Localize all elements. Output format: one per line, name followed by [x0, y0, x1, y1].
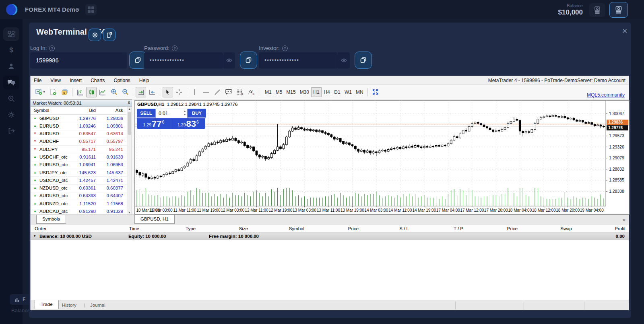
orders-column-time[interactable]: Time — [103, 226, 139, 231]
timeframe-d1[interactable]: D1 — [332, 87, 343, 97]
menu-insert[interactable]: Insert — [70, 78, 82, 83]
sidebar-item-products[interactable] — [3, 27, 19, 41]
timeframe-m5[interactable]: M5 — [274, 87, 285, 97]
quote-row-eurusd[interactable]: ▲EURUSD1.092461.09301 — [31, 122, 127, 130]
password-input[interactable]: ************** — [144, 52, 223, 68]
terminal-settings-button[interactable] — [89, 29, 101, 41]
timeframe-m1[interactable]: M1 — [263, 87, 274, 97]
orders-column-sl[interactable]: S / L — [381, 226, 409, 231]
sell-button[interactable]: SELL — [137, 109, 155, 118]
copy-investor-button[interactable] — [355, 52, 372, 69]
mobile-terminal-button[interactable] — [103, 29, 116, 41]
help-icon[interactable]: ? — [282, 45, 288, 51]
sidebar-item-chat[interactable] — [3, 76, 19, 89]
chart-canvas[interactable]: 10 Mar 19:0011 Mar 03:0011 Mar 11:0011 M… — [135, 101, 629, 214]
quote-row-audnzd_otc[interactable]: ▲AUDNZD_otc1.115201.11568 — [31, 200, 127, 208]
chart-shift-button[interactable] — [147, 87, 157, 97]
sell-price[interactable]: 1.29776 — [137, 118, 171, 129]
chevron-right-icon[interactable]: » — [623, 217, 625, 223]
quote-row-audusd_otc[interactable]: ▲AUDUSD_otc0.643930.64407 — [31, 192, 127, 200]
quote-row-nzdusd_otc[interactable]: ▲NZDUSD_otc0.603610.60377 — [31, 185, 127, 192]
timeframe-h4[interactable]: H4 — [322, 87, 332, 97]
line-chart-mode-button[interactable] — [97, 87, 108, 97]
tab-history[interactable]: History — [62, 303, 76, 307]
fullscreen-button[interactable] — [370, 87, 381, 97]
bar-chart-mode-button[interactable] — [75, 87, 85, 97]
quote-row-audchf[interactable]: ▼AUDCHF0.557170.55797 — [31, 138, 127, 146]
quote-row-audjpy[interactable]: ▼AUDJPY95.17195.241 — [31, 146, 127, 153]
help-icon[interactable]: ? — [49, 45, 55, 51]
quote-row-audusd[interactable]: ▼AUDUSD0.635470.63614 — [31, 130, 127, 138]
copy-password-button[interactable] — [240, 52, 257, 69]
orders-column-tp[interactable]: T / P — [435, 226, 463, 231]
orders-column-price[interactable]: Price — [487, 226, 518, 231]
indicators-button[interactable]: ↑ E — [246, 87, 256, 97]
menu-help[interactable]: Help — [139, 78, 149, 83]
timeframe-m30[interactable]: M30 — [298, 87, 311, 97]
scroll-thumb[interactable] — [128, 112, 131, 135]
quote-row-usdjpy_otc[interactable]: ▲USDJPY_otc145.623145.637 — [31, 169, 127, 177]
orders-column-profit[interactable]: Profit — [593, 226, 625, 231]
sidebar-item-settings[interactable] — [3, 108, 19, 122]
column-symbol[interactable]: Symbol — [34, 108, 49, 113]
show-password-button[interactable] — [223, 52, 235, 68]
orders-column-symbol[interactable]: Symbol — [272, 226, 304, 231]
deposit-button[interactable] — [609, 2, 628, 18]
sidebar-item-profile[interactable] — [3, 60, 19, 73]
candlestick-mode-button[interactable] — [86, 87, 97, 97]
menu-file[interactable]: File — [34, 78, 41, 83]
text-label-button[interactable] — [223, 87, 234, 97]
zoom-out-button[interactable] — [120, 87, 130, 97]
timeframe-mn[interactable]: MN — [354, 87, 365, 97]
tab-trade[interactable]: Trade — [35, 300, 59, 309]
sidebar-item-logout[interactable] — [3, 124, 19, 138]
orders-column-price[interactable]: Price — [326, 226, 359, 231]
orders-column-order[interactable]: Order — [35, 226, 63, 231]
help-icon[interactable]: ? — [172, 45, 178, 51]
zoom-in-button[interactable] — [109, 87, 119, 97]
login-input[interactable]: 1599986 — [30, 52, 127, 68]
cursor-button[interactable] — [163, 87, 173, 97]
timeframe-h1[interactable]: H1 — [311, 87, 322, 97]
timeframe-w1[interactable]: W1 — [343, 87, 354, 97]
quote-row-gbpusd[interactable]: ▲GBPUSD1.297761.29836 — [31, 115, 127, 122]
scroll-up-icon[interactable]: ▲ — [128, 107, 131, 110]
tab-symbols[interactable]: Symbols — [36, 215, 66, 224]
close-icon[interactable]: ✕ — [620, 27, 630, 36]
auto-scroll-button[interactable] — [136, 87, 146, 97]
tab-journal[interactable]: Journal — [90, 303, 105, 307]
crosshair-button[interactable] — [174, 87, 184, 97]
mql5-community-link[interactable]: MQL5.community — [587, 92, 625, 98]
show-investor-button[interactable] — [338, 52, 350, 68]
quote-row-eurusd_otc[interactable]: ▲EURUSD_otc1.069411.06953 — [31, 161, 127, 169]
trendline-button[interactable] — [212, 87, 223, 97]
sidebar-item-finance[interactable]: $ — [3, 43, 19, 57]
volume-input[interactable]: 0.01 ▲ ▼ — [155, 109, 188, 118]
orders-column-size[interactable]: Size — [220, 226, 248, 231]
apps-grid-button[interactable] — [85, 4, 97, 15]
sidebar-item-analysis[interactable] — [3, 92, 19, 105]
menu-options[interactable]: Options — [114, 78, 130, 83]
tab-chart-gbpusd[interactable]: GBPUSD, H1 — [134, 215, 175, 224]
new-chart-button[interactable]: ▾ — [33, 87, 47, 97]
market-watch-scrollbar[interactable]: ▲ ▼ — [127, 107, 132, 215]
account-summary-row[interactable]: ▾ Balance: 10 000.00 USD Equity: 10 000.… — [31, 233, 629, 240]
scroll-down-icon[interactable]: ▼ — [128, 211, 131, 214]
investor-input[interactable]: ************** — [259, 52, 338, 68]
orders-column-type[interactable]: Type — [167, 226, 196, 231]
vertical-line-button[interactable] — [190, 87, 200, 97]
buy-button[interactable]: BUY — [188, 109, 206, 118]
close-icon[interactable]: x — [128, 100, 130, 105]
account-selector-label[interactable]: FOREX MT4 Demo — [25, 6, 79, 13]
menu-charts[interactable]: Charts — [91, 78, 105, 83]
fibonacci-button[interactable]: F — [235, 87, 245, 97]
column-bid[interactable]: Bid — [89, 108, 96, 113]
profiles-button[interactable]: $ — [59, 87, 70, 97]
volume-stepper[interactable]: ▲ ▼ — [184, 109, 186, 117]
column-ask[interactable]: Ask — [116, 108, 123, 113]
menu-view[interactable]: View — [50, 78, 61, 83]
horizontal-line-button[interactable] — [201, 87, 211, 97]
chevron-down-icon[interactable]: ▾ — [76, 6, 79, 12]
orders-column-swap[interactable]: Swap — [542, 226, 572, 231]
quote-row-usdcad_otc[interactable]: ▲USDCAD_otc1.424571.42471 — [31, 177, 127, 184]
